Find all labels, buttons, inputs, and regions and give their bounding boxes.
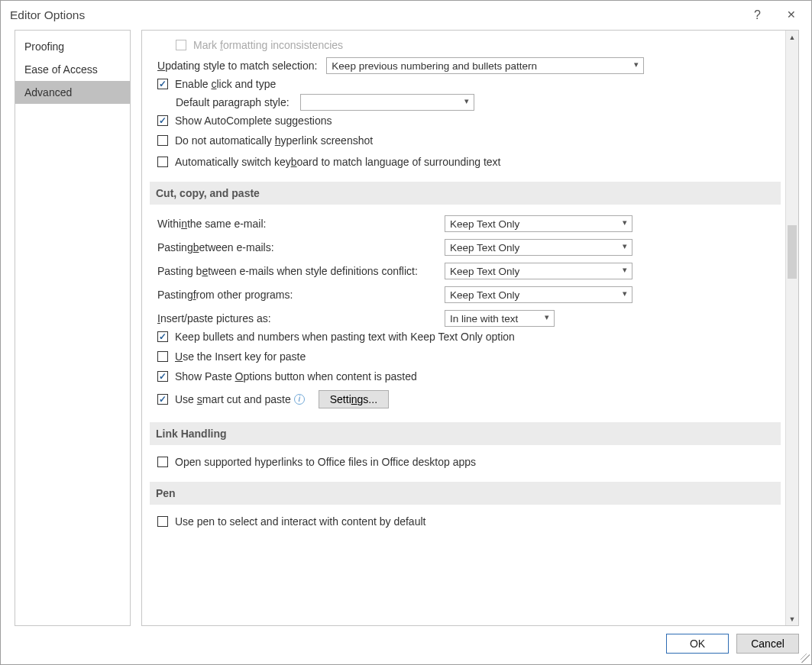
section-cut-copy-paste: Cut, copy, and paste	[150, 182, 781, 205]
updating-style-row: Updating style to match selection: Keep …	[157, 57, 785, 74]
close-icon[interactable]: ✕	[781, 5, 802, 25]
between-select[interactable]: Keep Text Only	[445, 239, 632, 256]
insert-key-checkbox[interactable]	[157, 351, 168, 362]
info-icon[interactable]: i	[294, 394, 305, 405]
use-pen-checkbox[interactable]	[157, 516, 168, 527]
dialog-title: Editor Options	[10, 8, 748, 22]
mark-formatting-row: Mark formatting inconsistencies	[157, 39, 785, 51]
editor-options-dialog: Editor Options ? ✕ Proofing Ease of Acce…	[0, 0, 812, 665]
no-hyperlink-checkbox[interactable]	[157, 135, 168, 146]
open-hyperlinks-checkbox[interactable]	[157, 457, 168, 467]
updating-style-select[interactable]: Keep previous numbering and bullets patt…	[326, 57, 644, 74]
conflict-label: Pasting between e-mails when style defin…	[157, 263, 445, 279]
ok-button[interactable]: OK	[666, 634, 729, 654]
auto-keyboard-checkbox[interactable]	[157, 157, 168, 167]
autocomplete-label: Show AutoComplete suggestions	[175, 115, 332, 127]
default-para-label: Default paragraph style:	[176, 96, 290, 108]
help-icon[interactable]: ?	[748, 5, 767, 25]
enable-click-row: Enable click and type	[157, 78, 785, 90]
paste-options-row: Show Paste Options button when content i…	[157, 370, 785, 383]
scrollbar[interactable]: ▲ ▼	[785, 31, 798, 625]
default-para-row: Default paragraph style:	[157, 94, 785, 111]
smart-cut-label: Use smart cut and paste	[175, 393, 291, 405]
updating-style-label: Updating style to match selection:	[157, 60, 317, 72]
content-panel: Mark formatting inconsistencies Updating…	[141, 30, 799, 626]
insert-pic-select[interactable]: In line with text	[445, 310, 555, 327]
use-pen-label: Use pen to select and interact with cont…	[175, 515, 425, 528]
scroll-track[interactable]	[786, 44, 798, 612]
auto-keyboard-label: Automatically switch keyboard to match l…	[175, 156, 500, 168]
paste-options-checkbox[interactable]	[157, 371, 168, 382]
within-select[interactable]: Keep Text Only	[445, 215, 632, 232]
sidebar: Proofing Ease of Access Advanced	[15, 30, 131, 626]
section-pen: Pen	[150, 482, 781, 505]
section-link-handling: Link Handling	[150, 422, 781, 445]
other-label: Pasting from other programs:	[157, 286, 445, 303]
enable-click-label: Enable click and type	[175, 78, 276, 90]
cancel-button[interactable]: Cancel	[736, 634, 799, 654]
settings-button[interactable]: Settings...	[319, 390, 389, 408]
other-select[interactable]: Keep Text Only	[445, 286, 632, 303]
insert-key-label: Use the Insert key for paste	[175, 350, 306, 363]
resize-grip-icon[interactable]	[801, 654, 810, 663]
scroll-up-icon[interactable]: ▲	[786, 31, 798, 44]
content-scroll: Mark formatting inconsistencies Updating…	[142, 31, 785, 625]
scroll-thumb[interactable]	[788, 225, 797, 279]
within-label: Within the same e-mail:	[157, 215, 445, 232]
insert-pic-label: Insert/paste pictures as:	[157, 310, 445, 327]
autocomplete-checkbox[interactable]	[157, 115, 168, 126]
default-para-select[interactable]	[300, 94, 474, 111]
titlebar: Editor Options ? ✕	[1, 1, 811, 30]
no-hyperlink-label: Do not automatically hyperlink screensho…	[175, 134, 373, 147]
scroll-down-icon[interactable]: ▼	[786, 612, 798, 625]
keep-bullets-row: Keep bullets and numbers when pasting te…	[157, 331, 785, 343]
paste-grid: Within the same e-mail: Keep Text Only P…	[157, 215, 785, 327]
use-pen-row: Use pen to select and interact with cont…	[157, 515, 785, 528]
smart-cut-row: Use smart cut and paste i Settings...	[157, 390, 785, 408]
between-label: Pasting between e-mails:	[157, 239, 445, 256]
mark-formatting-label: Mark formatting inconsistencies	[193, 39, 343, 51]
smart-cut-checkbox[interactable]	[157, 394, 168, 405]
no-hyperlink-row: Do not automatically hyperlink screensho…	[157, 134, 785, 147]
conflict-select[interactable]: Keep Text Only	[445, 263, 632, 279]
title-buttons: ? ✕	[748, 5, 802, 25]
sidebar-item-proofing[interactable]: Proofing	[15, 35, 130, 58]
paste-options-label: Show Paste Options button when content i…	[175, 370, 417, 383]
keep-bullets-label: Keep bullets and numbers when pasting te…	[175, 331, 515, 343]
auto-keyboard-row: Automatically switch keyboard to match l…	[157, 156, 785, 168]
autocomplete-row: Show AutoComplete suggestions	[157, 115, 785, 127]
sidebar-item-advanced[interactable]: Advanced	[15, 81, 130, 104]
enable-click-checkbox[interactable]	[157, 79, 168, 89]
footer: OK Cancel	[1, 626, 811, 664]
open-hyperlinks-label: Open supported hyperlinks to Office file…	[175, 456, 476, 468]
open-hyperlinks-row: Open supported hyperlinks to Office file…	[157, 456, 785, 468]
keep-bullets-checkbox[interactable]	[157, 331, 168, 342]
sidebar-item-ease-of-access[interactable]: Ease of Access	[15, 58, 130, 81]
main-area: Proofing Ease of Access Advanced Mark fo…	[1, 30, 811, 626]
mark-formatting-checkbox	[176, 40, 186, 50]
insert-key-row: Use the Insert key for paste	[157, 350, 785, 363]
